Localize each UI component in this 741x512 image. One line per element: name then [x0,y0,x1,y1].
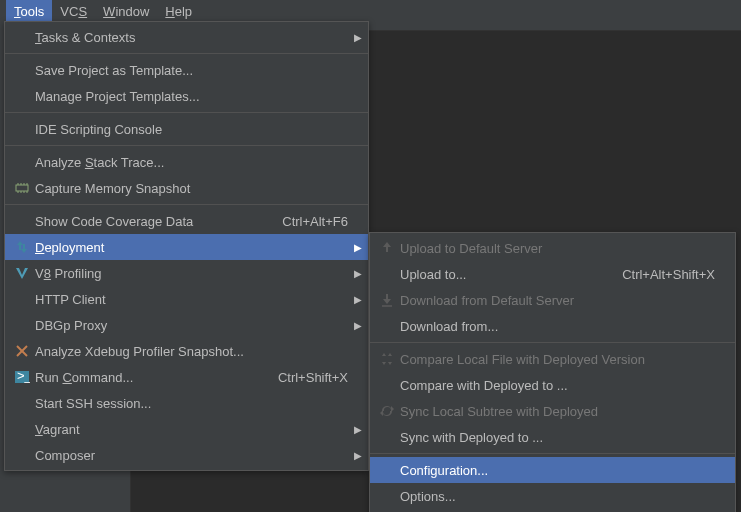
submenu-arrow-icon: ▶ [354,32,362,43]
deployment-icon [13,239,31,255]
options[interactable]: Options... [370,483,735,509]
vagrant[interactable]: Vagrant ▶ [5,416,368,442]
separator [5,112,368,113]
sync-icon [378,403,396,419]
analyze-stack-trace[interactable]: Analyze Stack Trace... [5,149,368,175]
compare-icon [378,351,396,367]
ide-scripting-console[interactable]: IDE Scripting Console [5,116,368,142]
blank-icon [13,291,31,307]
svg-rect-0 [16,185,28,191]
submenu-arrow-icon: ▶ [354,294,362,305]
compare-with-deployed[interactable]: Compare with Deployed to ... [370,372,735,398]
blank-icon [13,62,31,78]
upload-to[interactable]: Upload to... Ctrl+Alt+Shift+X [370,261,735,287]
separator [5,53,368,54]
separator [5,145,368,146]
upload-icon [378,240,396,256]
save-project-template[interactable]: Save Project as Template... [5,57,368,83]
tasks-contexts[interactable]: Tasks & Contexts ▶ [5,24,368,50]
blank-icon [13,29,31,45]
run-command[interactable]: >_ Run Command... Ctrl+Shift+X [5,364,368,390]
blank-icon [13,88,31,104]
deployment[interactable]: Deployment ▶ [5,234,368,260]
submenu-arrow-icon: ▶ [354,242,362,253]
blank-icon [13,447,31,463]
memory-icon [13,180,31,196]
dbgp-proxy[interactable]: DBGp Proxy ▶ [5,312,368,338]
separator [370,453,735,454]
submenu-arrow-icon: ▶ [354,424,362,435]
blank-icon [378,429,396,445]
menu-help[interactable]: Help [157,0,200,22]
blank-icon [13,421,31,437]
xdebug-icon [13,343,31,359]
upload-to-default-server[interactable]: Upload to Default Server [370,235,735,261]
separator [370,342,735,343]
blank-icon [378,462,396,478]
menu-vcs[interactable]: VCS [52,0,95,22]
show-code-coverage[interactable]: Show Code Coverage Data Ctrl+Alt+F6 [5,208,368,234]
menubar: Tools VCS Window Help [0,0,741,22]
blank-icon [378,266,396,282]
compare-local-file[interactable]: Compare Local File with Deployed Version [370,346,735,372]
sync-local-subtree[interactable]: Sync Local Subtree with Deployed [370,398,735,424]
configuration[interactable]: Configuration... [370,457,735,483]
http-client[interactable]: HTTP Client ▶ [5,286,368,312]
download-from[interactable]: Download from... [370,313,735,339]
download-icon [378,292,396,308]
blank-icon [13,395,31,411]
blank-icon [13,121,31,137]
v8-icon [13,265,31,281]
tools-menu: Tasks & Contexts ▶ Save Project as Templ… [4,21,369,471]
download-from-default-server[interactable]: Download from Default Server [370,287,735,313]
svg-text:>_: >_ [17,369,30,383]
deployment-submenu: Upload to Default Server Upload to... Ct… [369,232,736,512]
sync-with-deployed[interactable]: Sync with Deployed to ... [370,424,735,450]
submenu-arrow-icon: ▶ [354,268,362,279]
blank-icon [378,318,396,334]
separator [5,204,368,205]
terminal-icon: >_ [13,369,31,385]
v8-profiling[interactable]: V8 Profiling ▶ [5,260,368,286]
analyze-xdebug[interactable]: Analyze Xdebug Profiler Snapshot... [5,338,368,364]
menu-tools[interactable]: Tools [6,0,52,22]
submenu-arrow-icon: ▶ [354,320,362,331]
submenu-arrow-icon: ▶ [354,450,362,461]
blank-icon [378,488,396,504]
blank-icon [13,213,31,229]
blank-icon [378,377,396,393]
start-ssh-session[interactable]: Start SSH session... [5,390,368,416]
composer[interactable]: Composer ▶ [5,442,368,468]
menu-window[interactable]: Window [95,0,157,22]
blank-icon [13,317,31,333]
blank-icon [13,154,31,170]
manage-project-templates[interactable]: Manage Project Templates... [5,83,368,109]
capture-memory-snapshot[interactable]: Capture Memory Snapshot [5,175,368,201]
